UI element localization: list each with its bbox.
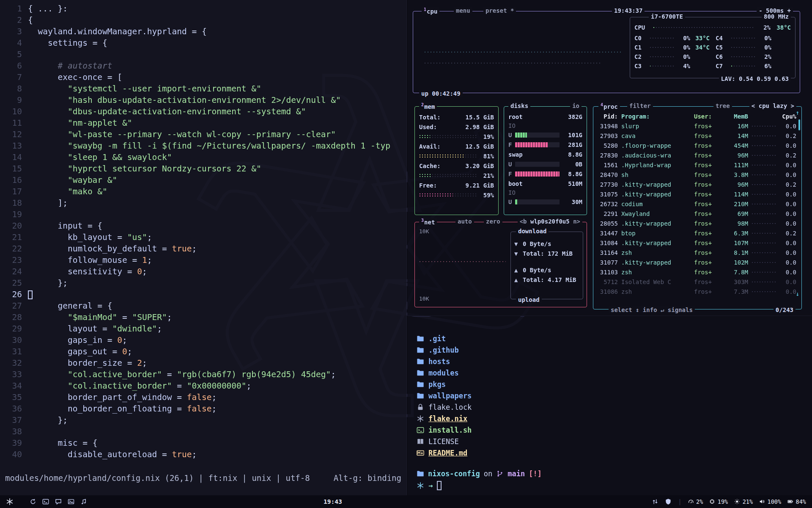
editor-line[interactable]: 37 };	[5, 414, 406, 426]
process-row[interactable]: 31164zshfros+8.1M0.0	[598, 248, 796, 257]
brightness-module[interactable]: 21%	[734, 498, 753, 505]
editor-line[interactable]: 33 "col.active_border" = "rgb(cba6f7) rg…	[5, 369, 406, 380]
editor-line[interactable]: 20 input = {	[5, 220, 406, 232]
editor-line[interactable]: 16 "waybar &"	[5, 174, 406, 186]
editor-line[interactable]: 8 "systemctl --user import-environment &…	[5, 83, 406, 94]
editor-line[interactable]: 3 wayland.windowManager.hyprland = {	[5, 26, 406, 37]
proc-column-header[interactable]: User:	[694, 113, 721, 120]
shell-input-line[interactable]: →	[417, 481, 812, 490]
editor-line[interactable]: 4 settings = {	[5, 37, 406, 49]
editor-line[interactable]: 9 "hash dbus-update-activation-environme…	[5, 94, 406, 106]
editor-line[interactable]: 6 # autostart	[5, 60, 406, 72]
process-row[interactable]: 1561.Hyprland-wrapfros+111M0.0	[598, 160, 796, 170]
net-interface-selector[interactable]: <b wlp0s20f0u5 n>	[518, 218, 582, 225]
editor-line[interactable]: 15 "hyprctl setcursor Nordzy-cursors 22 …	[5, 163, 406, 174]
editor-line[interactable]: 26	[5, 289, 406, 300]
clock-module[interactable]: 19:43	[321, 498, 342, 505]
editor-line[interactable]: 12 "wl-paste --primary --watch wl-copy -…	[5, 129, 406, 140]
terminal-pane[interactable]: .git.githubhostsmodulespkgswallpapersfla…	[407, 317, 812, 495]
preset-button[interactable]: preset *	[483, 7, 516, 14]
process-row[interactable]: 28470shfros+3.8M0.0	[598, 170, 796, 179]
editor-line[interactable]: 34 "col.inactive_border" = "0x00000000";	[5, 380, 406, 392]
process-row[interactable]: 31948slurpfros+16M0.0	[598, 121, 796, 131]
editor-line[interactable]: 38	[5, 426, 406, 437]
editor-line[interactable]: 36 no_border_on_floating = false;	[5, 403, 406, 414]
prev-interface-hint[interactable]: <b	[520, 218, 527, 225]
net-zero-toggle[interactable]: zero	[484, 218, 502, 225]
process-row[interactable]: 31103zshfros+7.8M0.0	[598, 267, 796, 277]
process-row[interactable]: 5712Isolated Web Cfros+303M0.0	[598, 277, 796, 287]
editor-line[interactable]: 35 border_part_of_window = false;	[5, 392, 406, 403]
proc-column-header[interactable]: Program:	[621, 113, 691, 120]
process-table-header[interactable]: Pid:Program:User:MemBCpu%	[598, 112, 796, 121]
disks-io-toggle[interactable]: io	[570, 102, 582, 109]
process-row[interactable]: 5280.floorp-wrappefros+454M0.0	[598, 141, 796, 150]
cpu-usage-module[interactable]: 2%	[688, 498, 703, 505]
process-row[interactable]: 31075.kitty-wrappedfros+114M0.0	[598, 189, 796, 199]
net-auto-toggle[interactable]: auto	[455, 218, 474, 225]
process-row[interactable]: 27730.kitty-wrappedfros+96M0.2	[598, 179, 796, 189]
editor-line[interactable]: 23 follow_mouse = 1;	[5, 254, 406, 266]
editor-line[interactable]: 25 };	[5, 277, 406, 289]
proc-column-header[interactable]: MemB	[724, 113, 748, 120]
proc-sort-selector[interactable]: < cpu lazy >	[749, 102, 796, 109]
editor-line[interactable]: 40 disable_autoreload = true;	[5, 449, 406, 460]
next-interface-hint[interactable]: n>	[573, 218, 580, 225]
editor-line[interactable]: 21 kb_layout = "us";	[5, 232, 406, 243]
proc-key-hints[interactable]: select ↕ info ↵ signals	[609, 306, 695, 313]
process-row[interactable]: 27830.audacious-wrafros+96M0.2	[598, 150, 796, 160]
volume-module[interactable]: 100%	[759, 498, 781, 505]
proc-column-header[interactable]: Cpu%	[779, 113, 796, 120]
proc-filter-button[interactable]: filter	[627, 102, 653, 109]
security-tray-icon[interactable]	[665, 498, 672, 505]
memory-module[interactable]: 19%	[709, 498, 728, 505]
battery-module[interactable]: 84%	[787, 498, 806, 505]
editor-line[interactable]: 24 sensitivity = 0;	[5, 266, 406, 277]
editor-line[interactable]: 10 "dbus-update-activation-environment -…	[5, 106, 406, 117]
chat-button[interactable]	[55, 498, 62, 505]
editor-line[interactable]: 11 "nm-applet &"	[5, 117, 406, 129]
editor-line[interactable]: 13 "swaybg -m fill -i $(find ~/Pictures/…	[5, 140, 406, 152]
proc-tree-toggle[interactable]: tree	[713, 102, 732, 109]
editor-line[interactable]: 5	[5, 49, 406, 60]
editor-buffer[interactable]: 1{ ... }:2{3 wayland.windowManager.hyprl…	[0, 0, 406, 460]
editor-line[interactable]: 30 gaps_in = 0;	[5, 334, 406, 346]
editor-line[interactable]: 22 numlock_by_default = true;	[5, 243, 406, 254]
music-button[interactable]	[80, 498, 87, 505]
editor-pane[interactable]: 1{ ... }:2{3 wayland.windowManager.hyprl…	[0, 0, 407, 495]
proc-scrollbar-thumb[interactable]	[798, 119, 800, 130]
process-row[interactable]: 28055.kitty-wrappedfros+98M0.0	[598, 218, 796, 228]
terminal-button[interactable]	[42, 498, 49, 505]
editor-line[interactable]: 7 exec-once = [	[5, 72, 406, 83]
process-row[interactable]: 31084.kitty-wrappedfros+107M0.0	[598, 238, 796, 248]
editor-line[interactable]: 19	[5, 209, 406, 220]
process-row[interactable]: 2291Xwaylandfros+69M0.0	[598, 209, 796, 218]
editor-line[interactable]: 39 misc = {	[5, 437, 406, 449]
reload-button[interactable]	[30, 498, 36, 505]
scroll-up-indicator[interactable]: ↑	[796, 109, 799, 116]
menu-button[interactable]: menu	[454, 7, 472, 14]
editor-line[interactable]: 28 "$mainMod" = "SUPER";	[5, 312, 406, 323]
editor-line[interactable]: 18 ];	[5, 197, 406, 209]
editor-line[interactable]: 29 layout = "dwindle";	[5, 323, 406, 334]
editor-line[interactable]: 27 general = {	[5, 300, 406, 312]
editor-line[interactable]: 1{ ... }:	[5, 3, 406, 14]
editor-line[interactable]: 32 border_size = 2;	[5, 357, 406, 369]
process-row[interactable]: 27903cavafros+14M0.2	[598, 131, 796, 141]
scroll-down-indicator[interactable]: ↓	[796, 290, 799, 297]
proc-column-header[interactable]: Pid:	[598, 113, 618, 120]
updates-tray-icon[interactable]	[652, 498, 658, 505]
process-row[interactable]: 26732codiumfros+210M0.0	[598, 199, 796, 209]
process-row[interactable]: 31086zshfros+7.3M0.0	[598, 287, 796, 296]
nix-button[interactable]	[6, 498, 14, 505]
editor-line[interactable]: 2{	[5, 14, 406, 26]
cpu-core-row: C40%	[716, 33, 791, 43]
process-row[interactable]: 31447btopfros+6.3M0.2	[598, 228, 796, 238]
process-user: fros+	[694, 133, 721, 139]
process-row[interactable]: 31077.kitty-wrappedfros+102M0.0	[598, 257, 796, 267]
image-button[interactable]	[68, 498, 74, 505]
editor-line[interactable]: 17 "mako &"	[5, 186, 406, 197]
editor-line[interactable]: 31 gaps_out = 0;	[5, 346, 406, 357]
mem-stat-label: Cache:	[419, 163, 441, 169]
editor-line[interactable]: 14 "sleep 1 && swaylock"	[5, 152, 406, 163]
